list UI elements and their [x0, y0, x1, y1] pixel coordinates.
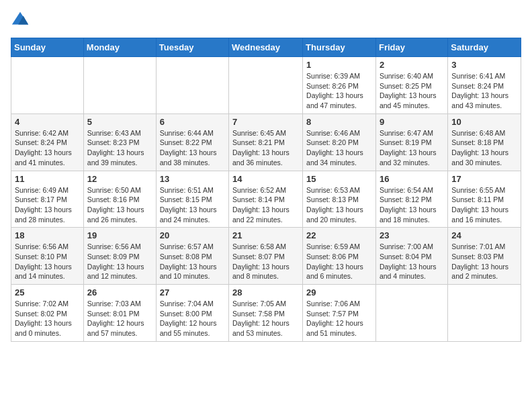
calendar-cell: 15Sunrise: 6:53 AMSunset: 8:13 PMDayligh…	[303, 171, 376, 228]
calendar-cell: 23Sunrise: 7:00 AMSunset: 8:04 PMDayligh…	[375, 228, 447, 285]
calendar-cell: 20Sunrise: 6:57 AMSunset: 8:08 PMDayligh…	[156, 228, 228, 285]
day-info: Sunrise: 7:04 AMSunset: 8:00 PMDaylight:…	[160, 299, 225, 338]
calendar-cell	[11, 57, 84, 114]
day-number: 24	[451, 230, 517, 240]
calendar-cell	[375, 285, 447, 342]
day-info: Sunrise: 6:45 AMSunset: 8:21 PMDaylight:…	[232, 128, 299, 168]
day-number: 10	[451, 117, 517, 127]
day-number: 1	[306, 60, 372, 70]
logo-icon	[11, 11, 30, 30]
day-info: Sunrise: 7:01 AMSunset: 8:03 PMDaylight:…	[451, 242, 517, 281]
calendar-cell	[83, 57, 156, 114]
day-info: Sunrise: 6:39 AMSunset: 8:26 PMDaylight:…	[306, 71, 372, 111]
calendar-table: SundayMondayTuesdayWednesdayThursdayFrid…	[11, 38, 521, 342]
calendar-week-1: 1Sunrise: 6:39 AMSunset: 8:26 PMDaylight…	[11, 57, 521, 114]
day-info: Sunrise: 6:42 AMSunset: 8:24 PMDaylight:…	[15, 128, 80, 168]
calendar-header-wednesday: Wednesday	[229, 38, 303, 57]
day-number: 8	[306, 117, 372, 127]
logo	[11, 11, 32, 30]
calendar-body: 1Sunrise: 6:39 AMSunset: 8:26 PMDaylight…	[11, 57, 521, 342]
day-info: Sunrise: 6:58 AMSunset: 8:07 PMDaylight:…	[232, 242, 299, 281]
calendar-header-row: SundayMondayTuesdayWednesdayThursdayFrid…	[11, 38, 521, 57]
calendar-cell: 16Sunrise: 6:54 AMSunset: 8:12 PMDayligh…	[375, 171, 447, 228]
day-info: Sunrise: 6:47 AMSunset: 8:19 PMDaylight:…	[380, 128, 444, 168]
day-number: 28	[232, 287, 299, 298]
day-info: Sunrise: 7:06 AMSunset: 7:57 PMDaylight:…	[306, 299, 372, 338]
day-number: 9	[380, 117, 444, 127]
calendar-cell: 27Sunrise: 7:04 AMSunset: 8:00 PMDayligh…	[156, 285, 228, 342]
day-info: Sunrise: 6:41 AMSunset: 8:24 PMDaylight:…	[451, 71, 517, 111]
day-number: 14	[232, 174, 299, 184]
calendar-cell: 13Sunrise: 6:51 AMSunset: 8:15 PMDayligh…	[156, 171, 228, 228]
day-info: Sunrise: 6:55 AMSunset: 8:11 PMDaylight:…	[451, 185, 517, 225]
day-number: 22	[306, 230, 372, 240]
day-info: Sunrise: 6:51 AMSunset: 8:15 PMDaylight:…	[160, 185, 225, 225]
calendar-cell: 29Sunrise: 7:06 AMSunset: 7:57 PMDayligh…	[303, 285, 376, 342]
day-info: Sunrise: 6:53 AMSunset: 8:13 PMDaylight:…	[306, 185, 372, 225]
day-number: 26	[87, 287, 152, 298]
day-number: 16	[380, 174, 444, 184]
calendar-cell: 8Sunrise: 6:46 AMSunset: 8:20 PMDaylight…	[303, 113, 376, 171]
day-number: 13	[160, 174, 225, 184]
day-number: 21	[232, 230, 299, 240]
calendar-week-5: 25Sunrise: 7:02 AMSunset: 8:02 PMDayligh…	[11, 285, 521, 342]
calendar-cell: 12Sunrise: 6:50 AMSunset: 8:16 PMDayligh…	[83, 171, 156, 228]
calendar-cell	[229, 57, 303, 114]
day-info: Sunrise: 6:44 AMSunset: 8:22 PMDaylight:…	[160, 128, 225, 168]
calendar-cell: 6Sunrise: 6:44 AMSunset: 8:22 PMDaylight…	[156, 113, 228, 171]
day-info: Sunrise: 6:56 AMSunset: 8:09 PMDaylight:…	[87, 242, 152, 281]
calendar-header-sunday: Sunday	[11, 38, 84, 57]
calendar-week-3: 11Sunrise: 6:49 AMSunset: 8:17 PMDayligh…	[11, 171, 521, 228]
calendar-cell: 24Sunrise: 7:01 AMSunset: 8:03 PMDayligh…	[448, 228, 521, 285]
day-number: 5	[87, 117, 152, 127]
page-header	[11, 11, 521, 30]
calendar-header-saturday: Saturday	[448, 38, 521, 57]
calendar-cell: 17Sunrise: 6:55 AMSunset: 8:11 PMDayligh…	[448, 171, 521, 228]
day-number: 3	[451, 60, 517, 70]
calendar-cell: 10Sunrise: 6:48 AMSunset: 8:18 PMDayligh…	[448, 113, 521, 171]
day-info: Sunrise: 7:02 AMSunset: 8:02 PMDaylight:…	[15, 299, 80, 338]
day-number: 2	[380, 60, 444, 70]
day-info: Sunrise: 7:03 AMSunset: 8:01 PMDaylight:…	[87, 299, 152, 338]
day-info: Sunrise: 6:46 AMSunset: 8:20 PMDaylight:…	[306, 128, 372, 168]
calendar-cell	[448, 285, 521, 342]
day-number: 12	[87, 174, 152, 184]
calendar-cell: 5Sunrise: 6:43 AMSunset: 8:23 PMDaylight…	[83, 113, 156, 171]
calendar-cell: 2Sunrise: 6:40 AMSunset: 8:25 PMDaylight…	[375, 57, 447, 114]
day-number: 18	[15, 230, 80, 240]
day-info: Sunrise: 6:52 AMSunset: 8:14 PMDaylight:…	[232, 185, 299, 225]
calendar-cell: 26Sunrise: 7:03 AMSunset: 8:01 PMDayligh…	[83, 285, 156, 342]
day-info: Sunrise: 6:50 AMSunset: 8:16 PMDaylight:…	[87, 185, 152, 225]
day-number: 15	[306, 174, 372, 184]
day-number: 25	[15, 287, 80, 298]
day-number: 11	[15, 174, 80, 184]
day-info: Sunrise: 6:40 AMSunset: 8:25 PMDaylight:…	[380, 71, 444, 111]
day-number: 6	[160, 117, 225, 127]
day-info: Sunrise: 7:05 AMSunset: 7:58 PMDaylight:…	[232, 299, 299, 338]
day-info: Sunrise: 6:49 AMSunset: 8:17 PMDaylight:…	[15, 185, 80, 225]
day-number: 27	[160, 287, 225, 298]
calendar-cell: 18Sunrise: 6:56 AMSunset: 8:10 PMDayligh…	[11, 228, 84, 285]
day-number: 29	[306, 287, 372, 298]
calendar-cell: 9Sunrise: 6:47 AMSunset: 8:19 PMDaylight…	[375, 113, 447, 171]
day-number: 20	[160, 230, 225, 240]
calendar-header-tuesday: Tuesday	[156, 38, 228, 57]
calendar-cell: 3Sunrise: 6:41 AMSunset: 8:24 PMDaylight…	[448, 57, 521, 114]
calendar-header-monday: Monday	[83, 38, 156, 57]
calendar-cell	[156, 57, 228, 114]
calendar-cell: 22Sunrise: 6:59 AMSunset: 8:06 PMDayligh…	[303, 228, 376, 285]
day-number: 7	[232, 117, 299, 127]
calendar-cell: 21Sunrise: 6:58 AMSunset: 8:07 PMDayligh…	[229, 228, 303, 285]
calendar-cell: 25Sunrise: 7:02 AMSunset: 8:02 PMDayligh…	[11, 285, 84, 342]
calendar-cell: 14Sunrise: 6:52 AMSunset: 8:14 PMDayligh…	[229, 171, 303, 228]
calendar-week-4: 18Sunrise: 6:56 AMSunset: 8:10 PMDayligh…	[11, 228, 521, 285]
day-info: Sunrise: 6:54 AMSunset: 8:12 PMDaylight:…	[380, 185, 444, 225]
day-number: 23	[380, 230, 444, 240]
day-number: 17	[451, 174, 517, 184]
day-info: Sunrise: 6:56 AMSunset: 8:10 PMDaylight:…	[15, 242, 80, 281]
day-number: 19	[87, 230, 152, 240]
calendar-header-friday: Friday	[375, 38, 447, 57]
calendar-cell: 7Sunrise: 6:45 AMSunset: 8:21 PMDaylight…	[229, 113, 303, 171]
day-info: Sunrise: 6:48 AMSunset: 8:18 PMDaylight:…	[451, 128, 517, 168]
day-info: Sunrise: 7:00 AMSunset: 8:04 PMDaylight:…	[380, 242, 444, 281]
